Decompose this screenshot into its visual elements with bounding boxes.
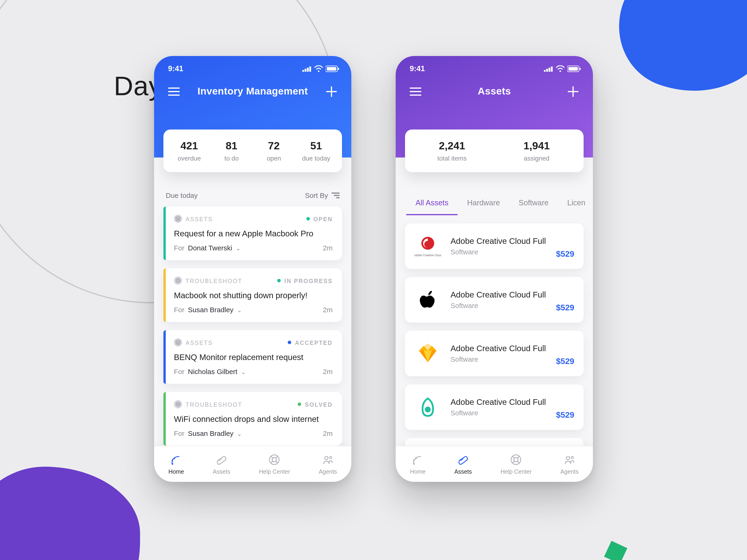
tab-label: Help Center [259,469,290,475]
stat-value: 1,941 [494,140,579,152]
question-icon: ? [174,400,182,408]
menu-button[interactable] [166,83,182,100]
status-icons [544,65,581,72]
tab-agents[interactable]: Agents [561,453,579,475]
stat-value: 2,241 [410,140,494,152]
status-dot [277,279,281,282]
tab-assets[interactable]: Assets [454,453,472,475]
sketch-icon [414,340,441,367]
ticket-list: ASSETS OPEN Request for a new Apple Macb… [154,207,351,446]
svg-rect-2 [307,68,309,72]
svg-text:?: ? [177,279,179,283]
asset-card[interactable]: Adobe Creative Cloud Full Software $529 [405,331,584,376]
wifi-icon [556,65,565,72]
svg-point-39 [571,456,573,458]
ticket-status: ACCEPTED [295,339,333,346]
question-icon: ? [174,276,182,285]
svg-rect-25 [568,67,578,70]
svg-text:Adobe Creative Cloud: Adobe Creative Cloud [414,254,441,257]
asset-price: $529 [556,410,574,420]
asset-name: Adobe Creative Cloud Full [450,397,547,407]
tab-software[interactable]: Software [509,190,558,215]
ticket-card[interactable]: ASSETS ACCEPTED BENQ Monitor replacement… [163,330,342,384]
lifebuoy-icon [510,453,522,466]
tab-hardware[interactable]: Hardware [458,190,509,215]
sort-button[interactable]: Sort By [305,191,340,199]
asset-category: Software [450,248,547,256]
tab-agents[interactable]: Agents [319,453,337,475]
asset-card[interactable]: Adobe Creative Cloud Full Software $529 [405,384,584,430]
ticket-assignee[interactable]: ForDonat Twerski⌄ [174,244,240,252]
ticket-status: OPEN [313,216,333,222]
stat-label: to do [210,155,253,162]
tab-assets[interactable]: Assets [213,453,230,475]
svg-rect-6 [327,67,336,70]
inventory-body: Due today Sort By ASSETS OPEN Req [154,158,351,446]
svg-rect-0 [302,70,304,72]
ticket-assignee[interactable]: ForSusan Bradley⌄ [174,429,241,437]
ticket-card[interactable]: ?TROUBLESHOOT SOLVED WiFi connection dro… [163,392,342,446]
paperclip-icon [215,453,228,466]
signal-icon [302,65,312,72]
tab-all-assets[interactable]: All Assets [406,190,458,215]
ticket-card[interactable]: ?TROUBLESHOOT IN PROGRESS Macbook not sh… [163,268,342,322]
asset-card[interactable]: Adobe Creative Cloud Full Software $529 [405,277,584,323]
asset-name: Adobe Creative Cloud Full [450,344,547,353]
home-feed-icon [170,453,183,466]
ticket-assignee[interactable]: ForNicholas Gilbert⌄ [174,368,246,376]
stat-label: overdue [168,155,210,162]
ticket-status: SOLVED [305,401,333,408]
nav-bar: Assets [396,73,593,100]
phone-assets: 9:41 Assets [396,56,593,482]
ticket-card[interactable]: ASSETS OPEN Request for a new Apple Macb… [163,207,342,260]
agents-icon [321,453,334,466]
asset-card[interactable]: Adobe Creative Cloud Full Software $529 [405,438,584,446]
sort-icon [332,192,340,198]
chevron-down-icon: ⌄ [236,245,240,251]
stat-open[interactable]: 72 open [253,140,295,162]
status-icons [302,65,340,72]
svg-point-23 [560,70,561,72]
stat-value: 72 [253,140,295,152]
ticket-title: WiFi connection drops and slow internet [174,414,333,424]
ticket-category: ASSETS [186,216,213,222]
add-button[interactable] [323,83,340,100]
ticket-assignee[interactable]: ForSusan Bradley⌄ [174,306,241,314]
svg-point-16 [273,458,277,462]
stat-overdue[interactable]: 421 overdue [168,140,210,162]
asset-price: $529 [556,249,574,259]
stat-due-today[interactable]: 51 due today [295,140,337,162]
svg-point-36 [511,455,521,464]
stat-total-items[interactable]: 2,241 total items [410,140,494,162]
tab-help-center[interactable]: Help Center [500,453,532,475]
avocado-icon [414,394,441,421]
ticket-category: TROUBLESHOOT [186,401,242,408]
tab-label: Assets [454,469,472,475]
phone-inventory: 9:41 Inventory Management [154,56,351,482]
chevron-down-icon: ⌄ [237,306,241,313]
tab-licenses[interactable]: Licen [558,190,593,215]
ticket-title: Macbook not shutting down properly! [174,291,333,300]
apple-icon [414,287,441,313]
stat-todo[interactable]: 81 to do [210,140,253,162]
layers-icon [174,215,182,223]
add-button[interactable] [565,83,581,100]
status-bar: 9:41 [396,56,593,73]
svg-text:?: ? [177,402,179,406]
stat-label: due today [295,155,337,162]
ticket-status: IN PROGRESS [284,277,333,284]
stat-label: total items [410,155,494,162]
svg-rect-1 [305,69,307,72]
tab-home[interactable]: Home [168,453,184,475]
tab-label: Agents [319,469,337,475]
ticket-time: 2m [323,368,333,376]
svg-rect-7 [338,68,339,70]
tab-help-center[interactable]: Help Center [259,453,290,475]
svg-point-37 [514,458,518,462]
stat-assigned[interactable]: 1,941 assigned [494,140,579,162]
tab-home[interactable]: Home [410,453,426,475]
menu-button[interactable] [407,83,424,100]
decorative-curve [689,490,747,560]
lifebuoy-icon [268,453,281,466]
asset-card[interactable]: Adobe Creative Cloud Adobe Creative Clou… [405,223,584,269]
